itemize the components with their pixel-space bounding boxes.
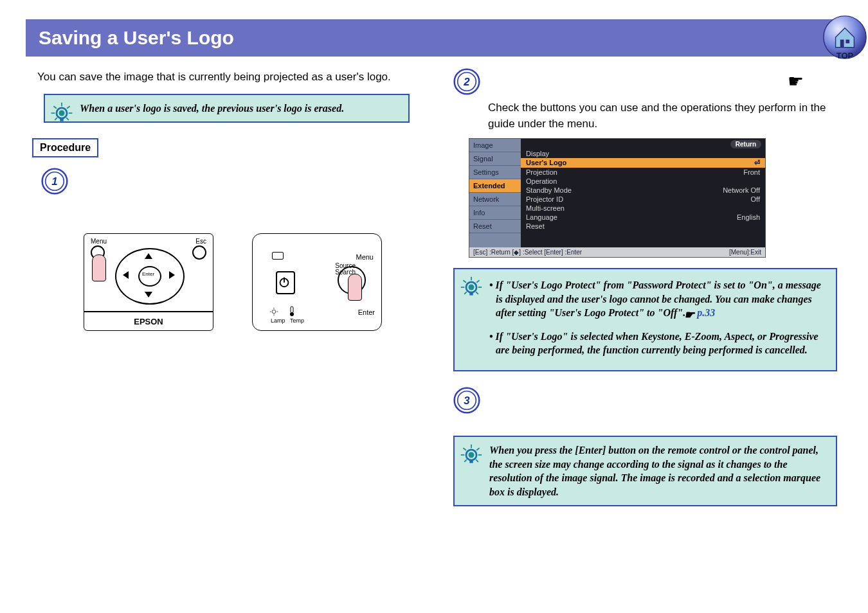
hand-pointer-icon: ☛ [691, 307, 694, 323]
svg-line-48 [476, 459, 478, 462]
lightbulb-icon [50, 102, 73, 125]
svg-line-5 [53, 106, 57, 109]
step2-text: Check the buttons you can use and the op… [488, 100, 842, 132]
page-ref-link[interactable]: p.33 [697, 307, 715, 318]
finger-press-icon [348, 274, 362, 301]
step-3-badge: 3 [453, 387, 480, 414]
osd-menu-screenshot: Image Signal Settings Extended Network I… [469, 138, 766, 258]
svg-line-10 [66, 118, 69, 120]
svg-line-43 [463, 448, 466, 450]
osd-item-users-logo: User's Logo⏎ [521, 158, 765, 168]
tip2b-text: If "User's Logo" is selected when Keysto… [496, 331, 818, 356]
svg-text:2: 2 [463, 76, 470, 88]
svg-text:1: 1 [51, 175, 57, 188]
procedure-label: Procedure [32, 138, 98, 157]
tip1-text: When a user's logo is saved, the previou… [80, 103, 344, 114]
svg-point-50 [469, 452, 475, 458]
svg-rect-13 [60, 118, 63, 121]
svg-line-34 [464, 292, 467, 294]
svg-line-35 [476, 292, 478, 294]
remote-control-drawing: Menu Esc Enter EPSON [84, 233, 213, 331]
svg-rect-1 [840, 40, 844, 48]
finger-press-icon [92, 254, 106, 281]
svg-line-31 [476, 280, 480, 283]
svg-line-47 [464, 459, 467, 462]
svg-line-44 [476, 448, 480, 450]
osd-sidebar-extended: Extended [469, 179, 521, 193]
osd-sidebar: Image Signal Settings Extended Network I… [469, 139, 521, 247]
svg-text:3: 3 [464, 395, 470, 407]
osd-return-button: Return [730, 140, 761, 148]
svg-point-25 [290, 312, 294, 316]
osd-main-panel: Return Display User's Logo⏎ ProjectionFr… [521, 139, 765, 247]
lightbulb-icon [460, 443, 483, 466]
svg-rect-2 [845, 40, 849, 44]
lightbulb-icon [460, 276, 483, 299]
title-text: Saving a User's Logo [39, 27, 234, 48]
svg-rect-24 [291, 306, 293, 313]
step-1-badge: 1 [41, 168, 68, 195]
hardware-illustrations: Menu Esc Enter EPSON [84, 233, 415, 331]
osd-footer-guide: [Esc] :Return [◆] :Select [Enter] :Enter… [469, 247, 765, 257]
tip3-text: When you press the [Enter] button on the… [489, 445, 820, 497]
svg-line-9 [55, 118, 57, 120]
top-home-icon[interactable]: TOP [822, 14, 868, 60]
intro-text: You can save the image that is currently… [37, 69, 415, 85]
brand-label: EPSON [84, 317, 213, 326]
tip2a-text: If "User's Logo Protect" from "Password … [496, 280, 821, 318]
step-2-badge: 2 [453, 68, 480, 95]
page-title: Saving a User's Logo TOP [26, 19, 842, 57]
svg-point-12 [59, 110, 65, 116]
tip-box-1: When a user's logo is saved, the previou… [44, 94, 410, 123]
svg-rect-38 [469, 292, 473, 295]
svg-rect-51 [469, 459, 473, 463]
tip-box-3: When you press the [Enter] button on the… [453, 436, 837, 506]
svg-text:TOP: TOP [836, 51, 854, 60]
svg-point-19 [272, 310, 276, 314]
svg-line-6 [67, 106, 70, 109]
svg-point-37 [469, 285, 475, 290]
control-panel-drawing: Menu Source Search Enter Lamp Temp [252, 233, 382, 331]
tip-box-2: • If "User's Logo Protect" from "Passwor… [453, 268, 837, 371]
hand-pointer-icon: ☛ [788, 71, 804, 92]
power-button-icon [276, 271, 295, 294]
svg-line-30 [463, 280, 466, 283]
